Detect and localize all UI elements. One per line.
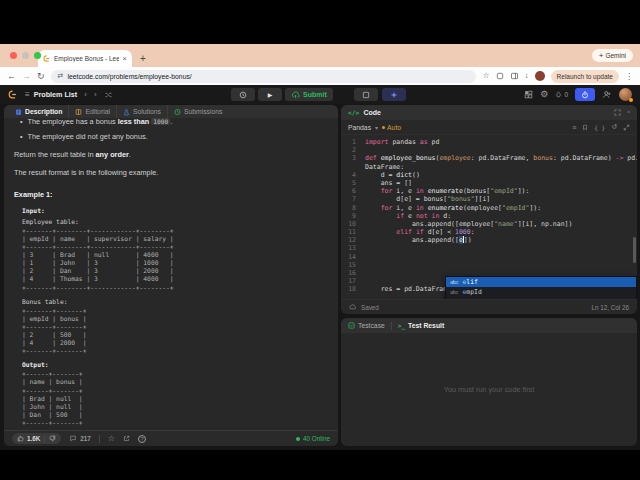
tab-label: Testcase <box>358 322 385 329</box>
online-dot <box>296 437 300 441</box>
extensions-icon[interactable] <box>496 72 504 80</box>
relaunch-button[interactable]: Relaunch to update <box>551 70 619 83</box>
timer-premium-button[interactable] <box>575 88 595 101</box>
settings-gear-icon[interactable]: ⚙ <box>540 90 548 99</box>
tab-test-result[interactable]: >_ Test Result <box>398 322 444 329</box>
format-code-icon[interactable]: ≡ <box>572 124 576 131</box>
timer-button[interactable] <box>231 88 255 101</box>
run-controls: ▶ Submit <box>231 88 333 101</box>
submit-button[interactable]: Submit <box>285 88 333 101</box>
line-number: 12 <box>341 236 365 244</box>
code-line[interactable]: 15 <box>341 261 637 269</box>
code-line[interactable]: 5 ans = [] <box>341 179 637 187</box>
tab-editorial[interactable]: Editorial <box>68 105 116 118</box>
share-icon[interactable] <box>123 435 130 442</box>
like-button[interactable]: 1.6K <box>17 435 40 442</box>
code-line[interactable]: 11 elif if d[e] < 1000: <box>341 228 637 236</box>
code-line[interactable]: 2 <box>341 146 637 154</box>
reload-button[interactable]: ↻ <box>37 72 45 81</box>
line-number: 15 <box>341 261 365 269</box>
line-number: 18 <box>341 285 365 293</box>
auto-toggle[interactable]: Auto <box>382 124 401 131</box>
tab-solutions[interactable]: Solutions <box>116 105 167 118</box>
code-line[interactable]: 7 d[e] = bonus["bonus"][i] <box>341 195 637 203</box>
problem-description[interactable]: • The employee has a bonus less than 100… <box>4 118 338 430</box>
tab-submissions[interactable]: Submissions <box>167 105 229 118</box>
plus-icon: + <box>599 51 604 60</box>
minimize-window-button[interactable] <box>22 52 29 59</box>
code-line[interactable]: 4 d = dict() <box>341 171 637 179</box>
shuffle-icon[interactable] <box>104 91 113 99</box>
new-tab-button[interactable]: + <box>140 54 146 64</box>
bullet-dot: • <box>20 118 23 128</box>
dislike-button[interactable] <box>49 435 56 442</box>
bullet-text: The employee has a bonus less than 1000. <box>28 118 173 128</box>
forward-button[interactable]: → <box>22 72 31 81</box>
layout-grid-icon[interactable] <box>524 90 533 99</box>
reset-code-icon[interactable]: ↺ <box>611 123 617 131</box>
expand-editor-icon[interactable] <box>623 124 630 131</box>
console-header: Testcase >_ Test Result <box>341 318 637 333</box>
site-info-icon[interactable]: ⇄ <box>58 72 64 80</box>
next-problem-icon[interactable]: › <box>94 91 97 99</box>
address-bar[interactable]: ⇄ leetcode.com/problems/employee-bonus/ <box>51 70 477 83</box>
help-icon[interactable]: ? <box>138 435 146 443</box>
language-selector[interactable]: Pandas <box>348 124 371 131</box>
code-line[interactable]: 8 for i, e in enumerate(employee["empId"… <box>341 204 637 212</box>
code-line[interactable]: DataFrame: <box>341 163 637 171</box>
code-line[interactable]: 12 ans.append([e]) <box>341 236 637 244</box>
autocomplete-item[interactable]: abcelif <box>446 277 636 287</box>
browser-tab[interactable]: Employee Bonus - LeetCode × <box>38 50 132 67</box>
comments-button[interactable]: 217 <box>69 435 91 442</box>
chrome-menu-icon[interactable]: ⋮ <box>625 72 633 81</box>
prev-problem-icon[interactable]: ‹ <box>84 91 87 99</box>
tab-testcase[interactable]: Testcase <box>348 322 385 329</box>
ai-sparkle-button[interactable] <box>382 88 406 101</box>
code-line[interactable]: 13 <box>341 244 637 252</box>
braces-icon[interactable]: { } <box>594 124 605 131</box>
notes-button[interactable] <box>354 88 378 101</box>
gemini-button[interactable]: + Gemini <box>592 49 633 62</box>
bookmark-star-icon[interactable]: ☆ <box>482 72 489 80</box>
gemini-label: Gemini <box>605 52 626 59</box>
like-count: 1.6K <box>27 435 40 442</box>
problem-list-nav[interactable]: ≡ Problem List <box>25 90 77 99</box>
bookmark-icon[interactable] <box>582 124 588 131</box>
chrome-profile-avatar[interactable] <box>535 71 545 81</box>
output-table: +------+-------+ | name | bonus | +-----… <box>22 370 328 427</box>
leetcode-logo[interactable] <box>8 89 18 100</box>
code-line[interactable]: 1import pandas as pd <box>341 138 637 146</box>
collapse-panel-icon[interactable]: ^ <box>627 110 630 116</box>
back-button[interactable]: ← <box>7 72 16 81</box>
favorite-star-icon[interactable]: ☆ <box>108 435 115 443</box>
zoom-window-button[interactable] <box>34 52 41 59</box>
code-line[interactable]: 14 <box>341 253 637 261</box>
run-button[interactable]: ▶ <box>258 88 282 101</box>
code-panel-header: </> Code ^ <box>341 105 637 120</box>
streak-counter[interactable]: 0 <box>555 90 568 99</box>
editor-toolbar: Pandas ▾ Auto ≡ { } ↺ <box>341 120 637 135</box>
code-line[interactable]: 6 for i, e in enumerate(bonus["empId"]): <box>341 187 637 195</box>
maximize-panel-icon[interactable] <box>614 109 621 116</box>
cursor-position[interactable]: Ln 12, Col 26 <box>592 304 629 311</box>
tab-close-icon[interactable]: × <box>122 55 127 63</box>
code-line[interactable]: 9 if e not in d: <box>341 212 637 220</box>
download-icon[interactable]: ↓ <box>525 72 529 80</box>
tab-description[interactable]: Description <box>9 105 68 118</box>
code-line[interactable]: 3def employee_bonus(employee: pd.DataFra… <box>341 154 637 162</box>
code-line[interactable]: 10 ans.append([employee["name"][i], np.n… <box>341 220 637 228</box>
suggestion-label: empId <box>462 288 481 296</box>
code-text: for i, e in enumerate(employee["empId"])… <box>365 204 541 212</box>
bonus-table: +-------+-------+ | empId | bonus | +---… <box>22 307 328 356</box>
editor-scrollbar[interactable] <box>633 237 636 263</box>
problem-footer: 1.6K 217 ☆ ? <box>4 430 338 446</box>
code-editor[interactable]: 1import pandas as pd23def employee_bonus… <box>341 135 637 299</box>
user-avatar[interactable] <box>619 88 632 101</box>
autocomplete-item[interactable]: abcempId <box>446 287 636 297</box>
side-panel-icon[interactable] <box>510 72 519 80</box>
autocomplete-item[interactable]: abcemployee <box>446 297 636 299</box>
autocomplete-popup: abcelifabcempIdabcemployeeabcemployee_bo… <box>445 276 637 299</box>
close-window-button[interactable] <box>10 52 17 59</box>
problem-panel: Description Editorial Solutions Submissi… <box>4 105 338 446</box>
invite-user-icon[interactable] <box>602 90 612 99</box>
